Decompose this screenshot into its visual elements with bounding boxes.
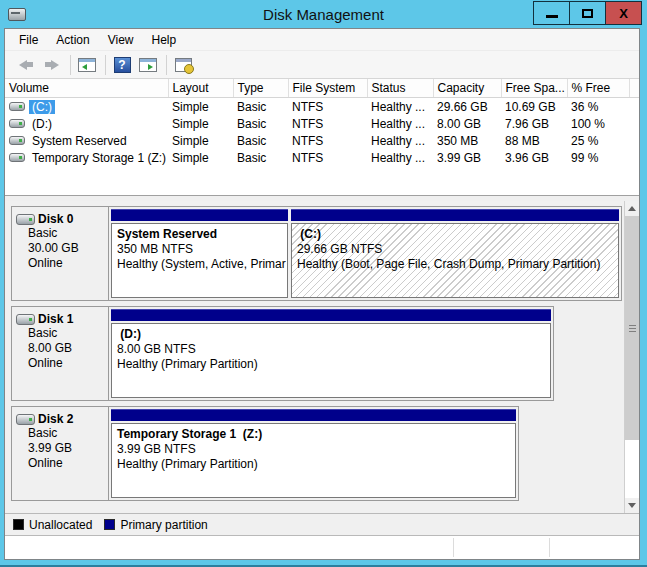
- column-header-free-spa[interactable]: Free Spa...: [501, 79, 567, 98]
- scrollbar-track[interactable]: [625, 440, 639, 498]
- statusbar-separator: [549, 538, 550, 557]
- maximize-icon: [582, 9, 593, 18]
- column-header-free[interactable]: % Free: [567, 79, 629, 98]
- cell-free: 3.96 GB: [501, 149, 567, 166]
- partition-detail: 350 MB NTFS: [117, 242, 287, 257]
- column-header-layout[interactable]: Layout: [168, 79, 233, 98]
- close-button[interactable]: X: [605, 1, 642, 25]
- partition-detail: 3.99 GB NTFS: [117, 442, 515, 457]
- show-action-pane-button[interactable]: [136, 53, 160, 77]
- disk-view-scrollbar[interactable]: [624, 201, 639, 513]
- status-bar: [5, 535, 639, 559]
- disk-row: Disk 0Basic30.00 GBOnlineSystem Reserved…: [11, 206, 622, 301]
- menu-file[interactable]: File: [10, 30, 47, 50]
- menu-action[interactable]: Action: [47, 30, 98, 50]
- disk-size: 8.00 GB: [16, 341, 108, 356]
- chevron-down-icon: [628, 503, 636, 508]
- disk-icon: [16, 214, 35, 225]
- drive-icon: [9, 102, 25, 111]
- drive-icon: [9, 119, 25, 128]
- disk-label-header: Disk 2: [16, 412, 108, 426]
- cell-free: 7.96 GB: [501, 115, 567, 132]
- volume-label: (C:): [29, 100, 55, 114]
- cell-pct: 36 %: [567, 98, 629, 116]
- partitions-strip: System Reserved350 MB NTFSHealthy (Syste…: [109, 207, 621, 300]
- cell-free: 10.69 GB: [501, 98, 567, 116]
- menu-view[interactable]: View: [99, 30, 143, 50]
- volume-cell-content: Temporary Storage 1 (Z:): [9, 149, 164, 166]
- table-row[interactable]: Temporary Storage 1 (Z:)SimpleBasicNTFSH…: [5, 149, 639, 166]
- disk-management-window: Disk Management X File Action View Help: [0, 0, 647, 567]
- help-button[interactable]: ?: [110, 53, 134, 77]
- toolbar: ?: [5, 51, 639, 79]
- show-console-tree-button[interactable]: [75, 53, 99, 77]
- partition-title: (D:): [117, 327, 550, 342]
- column-header-status[interactable]: Status: [367, 79, 433, 98]
- table-row[interactable]: System ReservedSimpleBasicNTFSHealthy ..…: [5, 132, 639, 149]
- scroll-up-button[interactable]: [625, 201, 639, 216]
- console-options-button[interactable]: [171, 53, 195, 77]
- cell-status: Healthy ...: [367, 149, 433, 166]
- cell-type: Basic: [233, 98, 288, 116]
- table-header-row: VolumeLayoutTypeFile SystemStatusCapacit…: [5, 79, 639, 98]
- partition-color-bar: [111, 309, 551, 321]
- back-button[interactable]: [14, 53, 38, 77]
- column-header-volume[interactable]: Volume: [5, 79, 168, 98]
- cell-fs: NTFS: [288, 149, 367, 166]
- partitions-strip: (D:)8.00 GB NTFSHealthy (Primary Partiti…: [109, 307, 553, 400]
- disk-label[interactable]: Disk 2Basic3.99 GBOnline: [12, 407, 109, 500]
- cell-status: Healthy ...: [367, 98, 433, 116]
- partition[interactable]: (D:)8.00 GB NTFSHealthy (Primary Partiti…: [111, 309, 551, 398]
- cell-type: Basic: [233, 115, 288, 132]
- partition-title: System Reserved: [117, 227, 287, 242]
- help-icon: ?: [114, 57, 131, 73]
- toolbar-separator: [70, 55, 71, 75]
- table-row[interactable]: (D:)SimpleBasicNTFSHealthy ...8.00 GB7.9…: [5, 115, 639, 132]
- partition[interactable]: (C:)29.66 GB NTFSHealthy (Boot, Page Fil…: [291, 209, 619, 298]
- cell-filler: [629, 149, 639, 166]
- partition-box[interactable]: Temporary Storage 1 (Z:)3.99 GB NTFSHeal…: [111, 423, 516, 498]
- legend-item-unallocated: Unallocated: [13, 518, 92, 532]
- legend-swatch: [104, 519, 115, 530]
- cell-fs: NTFS: [288, 98, 367, 116]
- volume-cell: (D:): [5, 115, 168, 132]
- disk-label[interactable]: Disk 0Basic30.00 GBOnline: [12, 207, 109, 300]
- menu-help[interactable]: Help: [143, 30, 186, 50]
- scroll-down-button[interactable]: [625, 498, 639, 513]
- table-row[interactable]: (C:)SimpleBasicNTFSHealthy ...29.66 GB10…: [5, 98, 639, 116]
- minimize-icon: [546, 15, 558, 18]
- disk-row: Disk 1Basic8.00 GBOnline (D:)8.00 GB NTF…: [11, 306, 554, 401]
- toolbar-separator: [166, 55, 167, 75]
- titlebar[interactable]: Disk Management X: [0, 0, 647, 28]
- volume-label: (D:): [29, 117, 55, 131]
- partition-box[interactable]: (C:)29.66 GB NTFSHealthy (Boot, Page Fil…: [291, 223, 619, 298]
- disk-label[interactable]: Disk 1Basic8.00 GBOnline: [12, 307, 109, 400]
- column-header-file-system[interactable]: File System: [288, 79, 367, 98]
- volume-cell: System Reserved: [5, 132, 168, 149]
- cell-fs: NTFS: [288, 132, 367, 149]
- partition[interactable]: System Reserved350 MB NTFSHealthy (Syste…: [111, 209, 288, 298]
- forward-button[interactable]: [40, 53, 64, 77]
- legend-item-primary-partition: Primary partition: [104, 518, 207, 532]
- cell-fs: NTFS: [288, 115, 367, 132]
- minimize-button[interactable]: [533, 1, 570, 25]
- volume-cell: (C:): [5, 98, 168, 116]
- partition-title: (C:): [297, 227, 618, 242]
- column-header-capacity[interactable]: Capacity: [433, 79, 501, 98]
- cell-capacity: 350 MB: [433, 132, 501, 149]
- legend-label: Unallocated: [29, 518, 92, 532]
- partition-box[interactable]: System Reserved350 MB NTFSHealthy (Syste…: [111, 223, 288, 298]
- cell-layout: Simple: [168, 132, 233, 149]
- volume-label: System Reserved: [29, 134, 130, 148]
- menu-bar: File Action View Help: [5, 29, 639, 51]
- column-header-type[interactable]: Type: [233, 79, 288, 98]
- partition[interactable]: Temporary Storage 1 (Z:)3.99 GB NTFSHeal…: [111, 409, 516, 498]
- maximize-button[interactable]: [569, 1, 606, 25]
- disk-name: Disk 1: [38, 312, 73, 326]
- partitions-strip: Temporary Storage 1 (Z:)3.99 GB NTFSHeal…: [109, 407, 518, 500]
- disk-rows: Disk 0Basic30.00 GBOnlineSystem Reserved…: [5, 201, 624, 513]
- disk-row: Disk 2Basic3.99 GBOnlineTemporary Storag…: [11, 406, 519, 501]
- partition-box[interactable]: (D:)8.00 GB NTFSHealthy (Primary Partiti…: [111, 323, 551, 398]
- scrollbar-thumb[interactable]: [625, 216, 639, 440]
- disk-size: 30.00 GB: [16, 241, 108, 256]
